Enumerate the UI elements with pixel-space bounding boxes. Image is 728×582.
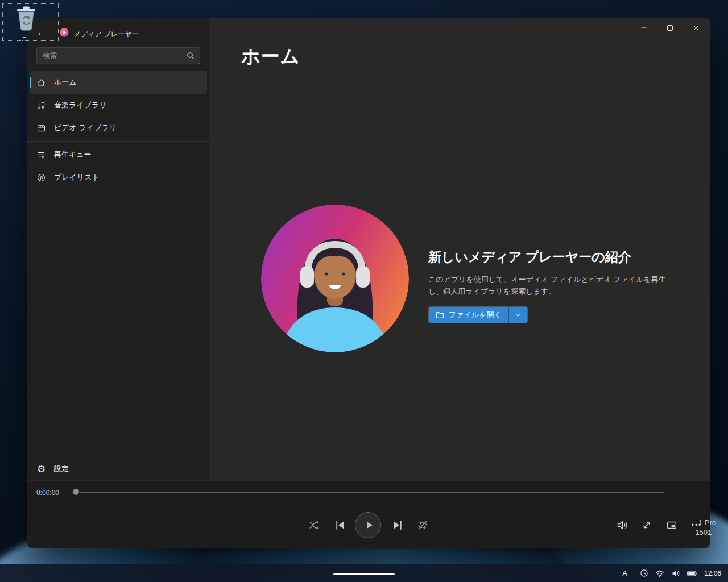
open-file-button[interactable]: ファイルを開く (429, 307, 508, 323)
build-watermark: 1 Pro -1501 (693, 518, 716, 537)
search-icon (186, 51, 195, 60)
page-title: ホーム (241, 44, 300, 68)
next-track-button[interactable] (390, 517, 406, 533)
sidebar-item-home[interactable]: ホーム (30, 71, 207, 94)
selection-marquee (2, 3, 59, 41)
taskbar: A 12:06 (0, 564, 728, 582)
ime-indicator[interactable]: A (622, 569, 627, 577)
next-track-icon (391, 518, 404, 532)
tray-clock-sync-button[interactable] (640, 569, 648, 577)
close-button[interactable] (683, 19, 709, 37)
playlist-icon (36, 173, 46, 182)
sidebar-item-label: 再生キュー (54, 149, 92, 160)
maximize-icon (667, 24, 673, 31)
sidebar: ← メディア プレーヤー (27, 18, 209, 480)
volume-button[interactable] (614, 517, 630, 533)
sidebar-item-settings[interactable]: ⚙ 設定 (30, 458, 207, 480)
sidebar-item-label: プレイリスト (54, 172, 100, 182)
sidebar-item-play-queue[interactable]: 再生キュー (30, 143, 207, 166)
search-box (36, 47, 200, 64)
repeat-off-button[interactable] (415, 517, 431, 533)
hero-text-block: 新しいメディア プレーヤーの紹介 このアプリを使用して、オーディオ ファイルとビ… (428, 248, 673, 323)
clock-icon (640, 569, 648, 577)
home-icon (36, 78, 46, 88)
wifi-button[interactable] (655, 569, 664, 578)
shuffle-button[interactable] (307, 517, 322, 533)
sidebar-divider (27, 141, 209, 142)
repeat-off-icon (416, 518, 429, 532)
battery-button[interactable] (687, 571, 697, 576)
mini-player-button[interactable] (664, 517, 680, 533)
settings-label: 設定 (54, 464, 69, 474)
volume-tray-button[interactable] (671, 569, 680, 578)
shuffle-icon (308, 518, 321, 532)
music-note-icon (36, 101, 46, 110)
open-file-dropdown-button[interactable] (508, 307, 527, 323)
battery-icon (687, 571, 697, 576)
seek-slider[interactable] (73, 488, 664, 497)
search-input[interactable] (37, 48, 200, 64)
hero-heading: 新しいメディア プレーヤーの紹介 (428, 248, 673, 266)
sidebar-item-label: 音楽ライブラリ (54, 100, 107, 110)
sidebar-item-music-library[interactable]: 音楽ライブラリ (30, 94, 207, 117)
sidebar-item-label: ホーム (54, 77, 77, 88)
sidebar-item-video-library[interactable]: ビデオ ライブラリ (30, 117, 207, 139)
folder-icon (436, 311, 444, 319)
minimize-icon (640, 24, 647, 31)
app-title: メディア プレーヤー (74, 30, 138, 39)
wifi-icon (655, 569, 664, 578)
play-button[interactable] (355, 512, 381, 538)
sidebar-nav: ホーム 音楽ライブラリ ビデオ ライブラリ (30, 71, 207, 189)
play-icon (363, 519, 375, 531)
person-with-headphones-illustration (261, 205, 409, 352)
media-player-app-icon (59, 27, 69, 38)
fullscreen-diagonal-arrow-icon (640, 519, 653, 531)
chevron-down-icon (515, 312, 521, 318)
volume-icon (615, 518, 629, 532)
taskbar-clock[interactable]: 12:06 (704, 569, 721, 577)
search-button[interactable] (186, 51, 195, 60)
player-bar: 0:00:00 (27, 480, 710, 548)
play-queue-icon (36, 150, 46, 160)
maximize-button[interactable] (657, 19, 683, 37)
watermark-line: -1501 (693, 527, 716, 537)
watermark-line: 1 Pro (693, 518, 716, 527)
hero-illustration (261, 205, 409, 352)
sidebar-item-label: ビデオ ライブラリ (54, 123, 117, 133)
hero-description: このアプリを使用して、オーディオ ファイルとビデオ ファイルを再生し、個人用ライ… (428, 273, 669, 297)
window-controls (631, 19, 709, 37)
elapsed-time: 0:00:00 (36, 489, 59, 497)
speaker-icon (671, 569, 680, 578)
video-icon (36, 123, 46, 133)
open-file-label: ファイルを開く (449, 310, 502, 320)
sidebar-item-playlist[interactable]: プレイリスト (30, 166, 207, 189)
close-icon (693, 24, 700, 31)
fullscreen-button[interactable] (639, 517, 655, 533)
previous-track-icon (333, 518, 347, 532)
media-player-window: ← メディア プレーヤー (27, 18, 710, 548)
seek-track[interactable] (73, 492, 664, 493)
screen: ごみ箱 ← メディア プレーヤー (0, 0, 728, 582)
main-content: ホーム (209, 18, 710, 480)
minimize-button[interactable] (631, 19, 657, 37)
previous-track-button[interactable] (332, 517, 348, 533)
gear-icon: ⚙ (36, 464, 46, 474)
mini-player-icon (665, 519, 678, 531)
open-file-split-button: ファイルを開く (428, 306, 528, 323)
seek-thumb[interactable] (72, 488, 80, 496)
gesture-bar[interactable] (333, 573, 395, 575)
